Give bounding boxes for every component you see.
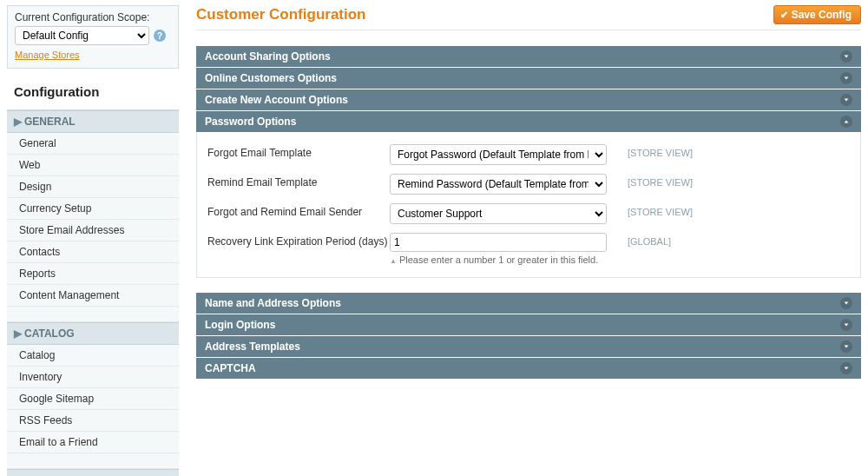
sidebar-item-reports[interactable]: Reports	[7, 263, 179, 285]
help-icon[interactable]: ?	[154, 30, 166, 42]
accordion-header-label: Create New Account Options	[205, 94, 348, 106]
main-content: Customer Configuration ✔ Save Config Acc…	[196, 5, 861, 476]
scope-select[interactable]: Default Config	[15, 26, 149, 45]
sidebar-item-design[interactable]: Design	[7, 176, 179, 198]
forgot-template-label: Forgot Email Template	[207, 144, 390, 159]
sender-select[interactable]: Customer Support	[390, 203, 607, 224]
accordion-account-sharing[interactable]: Account Sharing Options	[196, 46, 861, 67]
accordion-name-address[interactable]: Name and Address Options	[196, 292, 861, 314]
chevron-down-icon	[840, 362, 852, 374]
accordion-header-label: Login Options	[205, 319, 275, 331]
accordion-address-templates[interactable]: Address Templates	[196, 335, 861, 357]
chevron-down-icon	[840, 340, 852, 353]
chevron-down-icon	[840, 94, 852, 106]
nav-section-spacer	[7, 307, 179, 322]
scope-box: Current Configuration Scope: Default Con…	[7, 5, 179, 69]
nav-section-spacer	[7, 453, 179, 469]
scope-tag: [STORE VIEW]	[628, 144, 693, 158]
sidebar-item-content-management[interactable]: Content Management	[7, 285, 179, 307]
save-config-button[interactable]: ✔ Save Config	[773, 5, 861, 24]
recovery-hint-text: Please enter a number 1 or greater in th…	[399, 255, 598, 265]
content-header: Customer Configuration ✔ Save Config	[196, 5, 861, 30]
chevron-down-icon	[840, 297, 852, 309]
sidebar-item-catalog[interactable]: Catalog	[7, 345, 179, 367]
nav-section-header[interactable]: ▶CATALOG	[7, 322, 179, 345]
accordion-header-label: Account Sharing Options	[205, 50, 331, 63]
accordion-password-options[interactable]: Password Options	[196, 110, 861, 132]
sidebar: Current Configuration Scope: Default Con…	[7, 5, 179, 476]
sidebar-item-store-email-addresses[interactable]: Store Email Addresses	[7, 220, 179, 241]
arrow-right-icon: ▶	[14, 327, 22, 340]
scope-tag: [STORE VIEW]	[628, 174, 693, 188]
scope-label: Current Configuration Scope:	[15, 11, 171, 23]
manage-stores-link[interactable]: Manage Stores	[15, 50, 80, 60]
hint-triangle-icon: ▲	[390, 257, 397, 265]
nav-section-body: GeneralWebDesignCurrency SetupStore Emai…	[7, 133, 179, 307]
page-title: Customer Configuration	[196, 6, 366, 23]
nav-section-body: CatalogInventoryGoogle SitemapRSS FeedsE…	[7, 345, 179, 453]
accordion-header-label: Name and Address Options	[205, 297, 341, 309]
arrow-right-icon: ▶	[14, 116, 22, 128]
check-icon: ✔	[780, 10, 788, 21]
sidebar-item-contacts[interactable]: Contacts	[7, 241, 179, 263]
nav-section-header[interactable]: ▶CUSTOMERS	[7, 469, 179, 476]
accordion-header-label: Address Templates	[205, 340, 300, 353]
sidebar-item-email-to-a-friend[interactable]: Email to a Friend	[7, 432, 179, 453]
accordion-login-options[interactable]: Login Options	[196, 314, 861, 335]
sidebar-item-inventory[interactable]: Inventory	[7, 367, 179, 388]
chevron-up-icon	[840, 116, 852, 128]
accordion: Account Sharing Options Online Customers…	[196, 46, 861, 379]
recovery-input[interactable]	[390, 233, 607, 252]
sidebar-item-currency-setup[interactable]: Currency Setup	[7, 198, 179, 220]
scope-tag: [GLOBAL]	[628, 233, 671, 247]
scope-tag: [STORE VIEW]	[628, 203, 693, 217]
accordion-spacer	[196, 278, 861, 292]
chevron-down-icon	[840, 319, 852, 331]
accordion-online-customers[interactable]: Online Customers Options	[196, 67, 861, 89]
configuration-heading: Configuration	[7, 76, 179, 110]
chevron-down-icon	[840, 50, 852, 63]
forgot-template-select[interactable]: Forgot Password (Default Template from L…	[390, 144, 607, 165]
nav-section-header[interactable]: ▶GENERAL	[7, 110, 179, 133]
recovery-hint: ▲Please enter a number 1 or greater in t…	[390, 255, 607, 265]
save-config-label: Save Config	[792, 9, 852, 21]
remind-template-select[interactable]: Remind Password (Default Template from L…	[390, 174, 607, 195]
accordion-header-label: Password Options	[205, 116, 296, 128]
password-options-body: Forgot Email Template Forgot Password (D…	[196, 132, 861, 278]
sender-label: Forgot and Remind Email Sender	[207, 203, 390, 218]
sidebar-item-general[interactable]: General	[7, 133, 179, 155]
accordion-create-account[interactable]: Create New Account Options	[196, 89, 861, 110]
accordion-captcha[interactable]: CAPTCHA	[196, 357, 861, 379]
accordion-header-label: CAPTCHA	[205, 362, 256, 374]
sidebar-item-rss-feeds[interactable]: RSS Feeds	[7, 410, 179, 432]
accordion-header-label: Online Customers Options	[205, 72, 337, 84]
sidebar-item-web[interactable]: Web	[7, 155, 179, 176]
sidebar-item-google-sitemap[interactable]: Google Sitemap	[7, 388, 179, 410]
recovery-label: Recovery Link Expiration Period (days)	[207, 233, 390, 248]
remind-template-label: Remind Email Template	[207, 174, 390, 188]
chevron-down-icon	[840, 72, 852, 84]
